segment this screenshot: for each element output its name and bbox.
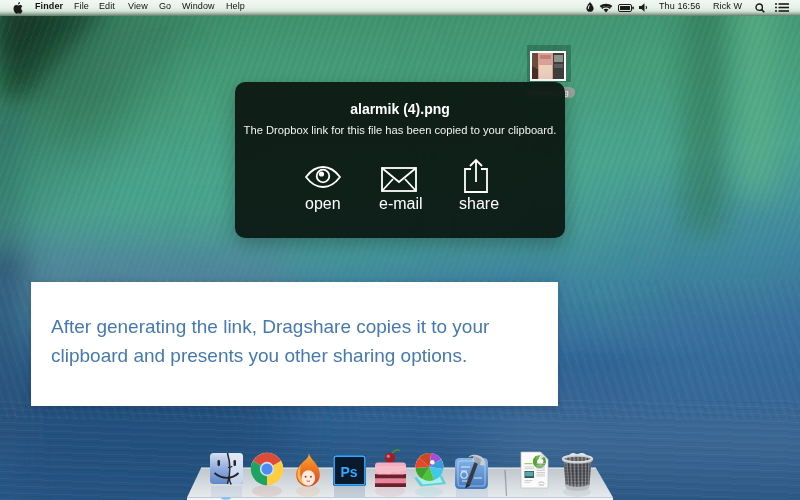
svg-text:Ps: Ps [341, 464, 358, 480]
